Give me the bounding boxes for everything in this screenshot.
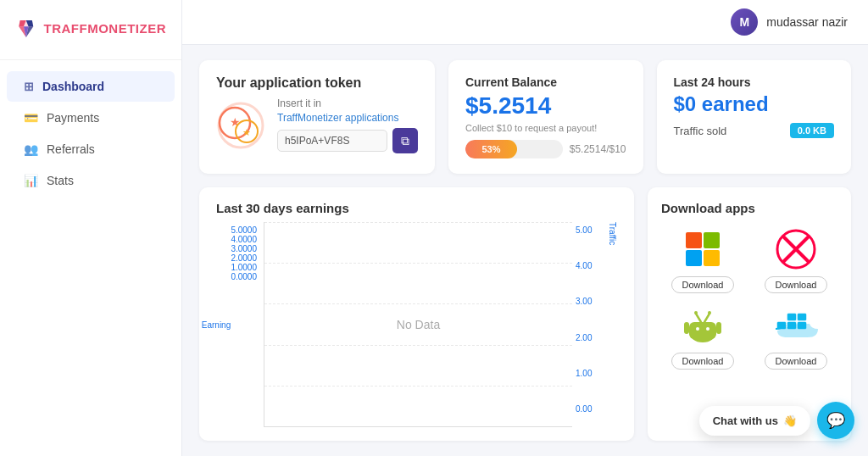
svg-point-26 <box>694 311 698 314</box>
brand-name: TRAFFMONETIZER <box>44 22 167 36</box>
traffic-badge: 0.0 KB <box>790 123 834 138</box>
chart-inner: No Data <box>264 222 572 427</box>
last24-earned: $0 earned <box>674 92 835 116</box>
cross-app-icon <box>774 227 818 271</box>
chat-button[interactable]: 💬 <box>817 402 854 439</box>
app-item-windows: Download <box>661 227 744 293</box>
last24-card: Last 24 hours $0 earned Traffic sold 0.0… <box>657 60 852 174</box>
balance-total: $5.2514/$10 <box>570 143 626 155</box>
grid-line-4 <box>264 263 572 264</box>
payments-icon: 💳 <box>24 111 38 125</box>
chart-title: Last 30 days earnings <box>216 201 617 215</box>
token-input-row: ⧉ <box>277 128 418 153</box>
nav-menu: ⊞ Dashboard 💳 Payments 👥 Referrals 📊 Sta… <box>0 60 181 207</box>
svg-text:★: ★ <box>242 127 251 137</box>
download-button-cross[interactable]: Download <box>765 276 828 293</box>
android-icon <box>681 303 725 348</box>
svg-rect-32 <box>798 314 806 320</box>
nav-item-referrals[interactable]: 👥 Referrals <box>7 134 175 164</box>
logo-icon <box>15 14 37 44</box>
chart-y-axis-labels: 5.0000 4.0000 3.0000 2.0000 1.0000 0.000… <box>216 222 260 295</box>
download-button-docker[interactable]: Download <box>765 353 828 370</box>
svg-rect-21 <box>716 322 721 334</box>
svg-point-22 <box>696 327 699 331</box>
token-card-title: Your application token <box>216 75 418 91</box>
svg-rect-13 <box>686 250 702 266</box>
windows-icon <box>681 227 725 271</box>
svg-rect-19 <box>689 322 716 339</box>
grid-line-1 <box>264 386 572 386</box>
svg-line-24 <box>696 314 701 322</box>
cards-row: Your application token ★ ★ Insert it <box>199 60 851 174</box>
chat-label: Chat with us <box>713 414 778 427</box>
token-link[interactable]: TraffMonetizer applications <box>277 112 398 124</box>
token-info: Insert it in TraffMonetizer applications… <box>277 97 418 153</box>
chart-y-right-labels: 5.00 4.00 3.00 2.00 1.00 0.00 <box>572 222 606 427</box>
chat-widget: Chat with us 👋 💬 <box>699 402 854 439</box>
svg-point-23 <box>706 327 709 331</box>
svg-rect-14 <box>704 250 720 266</box>
apps-grid: Download Download <box>661 227 837 370</box>
sidebar: TRAFFMONETIZER ⊞ Dashboard 💳 Payments 👥 … <box>0 0 182 456</box>
chart-card: Last 30 days earnings Earning 5.0000 4.0… <box>199 187 634 441</box>
token-card-body: ★ ★ Insert it in TraffMonetizer applicat… <box>216 97 418 153</box>
svg-rect-30 <box>787 314 796 320</box>
token-insert-label: Insert it in <box>277 97 418 109</box>
main: M mudassar nazir Your application token … <box>182 0 868 456</box>
chat-emoji: 👋 <box>783 414 797 427</box>
svg-rect-11 <box>686 232 702 248</box>
docker-icon <box>774 303 818 348</box>
grid-line-2 <box>264 345 572 346</box>
balance-amount: $5.2514 <box>465 92 626 120</box>
nav-item-stats[interactable]: 📊 Stats <box>7 165 175 196</box>
user-name: mudassar nazir <box>766 15 848 29</box>
svg-rect-20 <box>684 322 689 334</box>
svg-line-25 <box>704 314 709 322</box>
chart-area: Earning 5.0000 4.0000 3.0000 2.0000 1.00… <box>216 222 617 427</box>
referrals-icon: 👥 <box>24 142 38 156</box>
token-icon: ★ ★ <box>216 101 265 150</box>
chart-no-data: No Data <box>397 318 440 331</box>
last24-traffic-row: Traffic sold 0.0 KB <box>674 123 835 138</box>
token-input[interactable] <box>277 130 387 152</box>
app-item-docker: Download <box>754 303 837 370</box>
svg-point-27 <box>708 311 711 314</box>
balance-card: Current Balance $5.2514 Collect $10 to r… <box>448 60 643 174</box>
apps-title: Download apps <box>661 201 837 215</box>
logo-area: TRAFFMONETIZER <box>0 0 181 60</box>
topbar: M mudassar nazir <box>182 0 868 45</box>
chart-y-right-axis-label: Traffic <box>606 222 617 427</box>
chart-y-axis-label: Earning <box>202 320 231 330</box>
stats-icon: 📊 <box>24 174 38 187</box>
chart-y-right: 5.00 4.00 3.00 2.00 1.00 0.00 Traffic <box>572 222 617 427</box>
nav-item-dashboard[interactable]: ⊞ Dashboard <box>7 71 175 102</box>
nav-item-payments[interactable]: 💳 Payments <box>7 103 175 133</box>
chart-y-left: Earning 5.0000 4.0000 3.0000 2.0000 1.00… <box>216 222 260 427</box>
balance-progress-row: 53% $5.2514/$10 <box>465 140 626 158</box>
last24-title: Last 24 hours <box>674 75 835 89</box>
chat-bubble: Chat with us 👋 <box>699 406 810 436</box>
balance-label: Current Balance <box>465 75 626 89</box>
grid-line-5 <box>264 222 572 223</box>
balance-hint: Collect $10 to request a payout! <box>465 123 626 133</box>
download-button-android[interactable]: Download <box>671 353 735 370</box>
token-card: Your application token ★ ★ Insert it <box>199 60 435 174</box>
avatar: M <box>731 8 758 36</box>
app-item-android: Download <box>661 303 744 370</box>
svg-rect-12 <box>704 232 720 248</box>
progress-bar-wrap: 53% <box>465 140 563 158</box>
progress-bar-fill: 53% <box>465 140 517 158</box>
last24-traffic-label: Traffic sold <box>674 125 727 137</box>
content: Your application token ★ ★ Insert it <box>182 45 868 456</box>
app-item-cross: Download <box>754 227 837 293</box>
download-button-windows[interactable]: Download <box>671 276 735 293</box>
svg-text:★: ★ <box>230 115 241 129</box>
token-copy-button[interactable]: ⧉ <box>392 128 418 153</box>
grid-line-3 <box>264 303 572 304</box>
dashboard-icon: ⊞ <box>24 80 34 93</box>
